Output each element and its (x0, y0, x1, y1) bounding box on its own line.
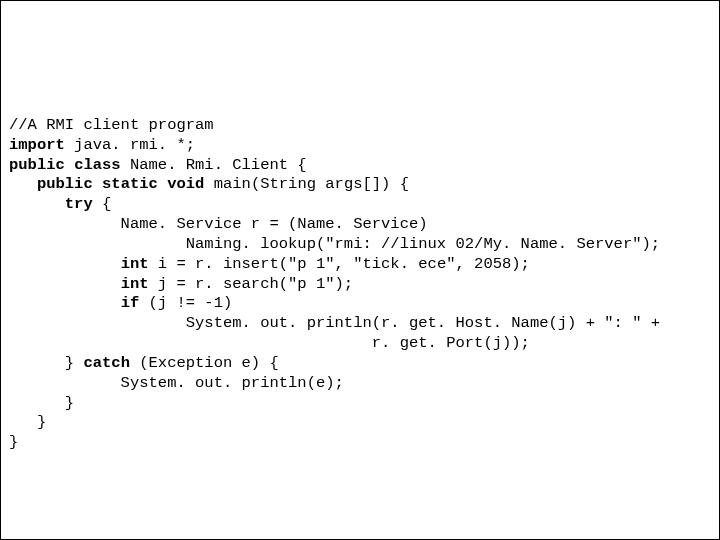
kw-int: int (121, 275, 149, 293)
code-line: } (9, 433, 18, 451)
code-text (65, 156, 74, 174)
code-line: //A RMI client program (9, 116, 214, 134)
code-line: Naming. lookup("rmi: //linux 02/My. Name… (9, 235, 660, 253)
code-block: //A RMI client program import java. rmi.… (9, 116, 660, 453)
code-text: } (9, 354, 83, 372)
code-text: i = r. insert("p 1", "tick. ece", 2058); (149, 255, 530, 273)
code-text: java. rmi. *; (65, 136, 195, 154)
kw-try: try (65, 195, 93, 213)
kw-int: int (121, 255, 149, 273)
code-text: (j != -1) (139, 294, 232, 312)
kw-import: import (9, 136, 65, 154)
kw-public: public (37, 175, 93, 193)
kw-if: if (121, 294, 140, 312)
code-text: { (93, 195, 112, 213)
code-text: main(String args[]) { (204, 175, 409, 193)
code-line: } (9, 413, 46, 431)
code-text: (Exception e) { (130, 354, 279, 372)
kw-catch: catch (83, 354, 130, 372)
code-line: System. out. println(r. get. Host. Name(… (9, 314, 660, 332)
code-text (158, 175, 167, 193)
code-line: } (9, 394, 74, 412)
code-text (93, 175, 102, 193)
code-text: j = r. search("p 1"); (149, 275, 354, 293)
slide: //A RMI client program import java. rmi.… (0, 0, 720, 540)
code-text (9, 175, 37, 193)
kw-class: class (74, 156, 121, 174)
code-text (9, 294, 121, 312)
kw-void: void (167, 175, 204, 193)
code-line: r. get. Port(j)); (9, 334, 530, 352)
code-text (9, 275, 121, 293)
code-text (9, 195, 65, 213)
code-text: Name. Rmi. Client { (121, 156, 307, 174)
code-text (9, 255, 121, 273)
code-line: System. out. println(e); (9, 374, 344, 392)
code-line: Name. Service r = (Name. Service) (9, 215, 428, 233)
kw-static: static (102, 175, 158, 193)
kw-public: public (9, 156, 65, 174)
